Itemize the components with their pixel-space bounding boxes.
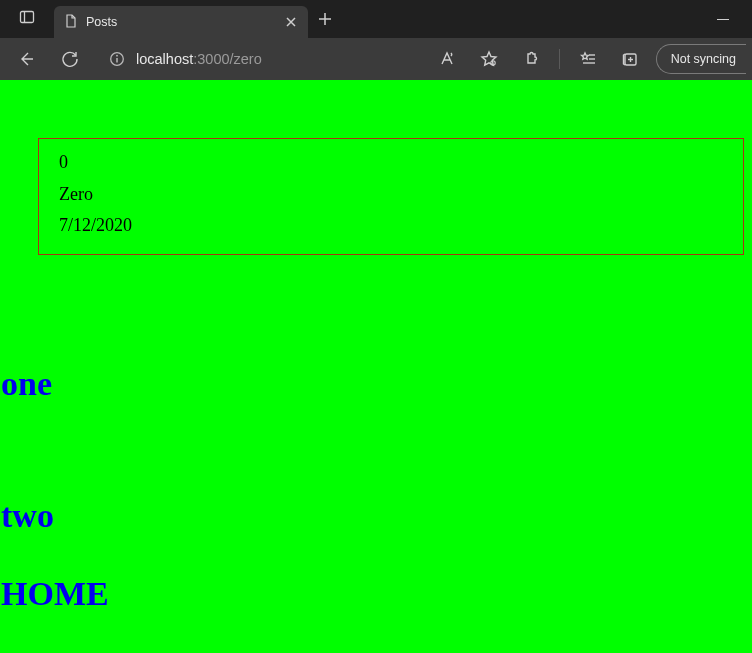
browser-tab[interactable]: Posts xyxy=(54,6,308,38)
window-titlebar: Posts xyxy=(0,0,752,38)
arrow-left-icon xyxy=(17,50,35,68)
url-text: localhost:3000/zero xyxy=(136,51,262,67)
plus-icon xyxy=(318,12,332,26)
back-button[interactable] xyxy=(6,42,46,76)
post-date: 7/12/2020 xyxy=(59,210,723,242)
minimize-icon xyxy=(717,19,729,20)
tab-title: Posts xyxy=(86,15,276,29)
puzzle-icon xyxy=(522,50,540,68)
browser-toolbar: localhost:3000/zero Not syncing xyxy=(0,38,752,80)
page-viewport: 0 Zero 7/12/2020 one two HOME xyxy=(0,80,752,653)
sync-button[interactable]: Not syncing xyxy=(656,44,746,74)
refresh-button[interactable] xyxy=(50,42,90,76)
refresh-icon xyxy=(61,50,79,68)
favorites-list-button[interactable] xyxy=(568,42,608,76)
link-two[interactable]: two xyxy=(1,497,752,535)
svg-point-4 xyxy=(116,55,118,57)
nav-links: one two HOME xyxy=(0,255,752,613)
url-host: localhost xyxy=(136,51,193,67)
sync-label: Not syncing xyxy=(671,52,736,66)
read-aloud-icon xyxy=(438,50,456,68)
toolbar-right: Not syncing xyxy=(427,42,746,76)
tab-close-button[interactable] xyxy=(284,15,298,29)
new-tab-button[interactable] xyxy=(308,0,342,38)
svg-rect-0 xyxy=(21,12,34,23)
post-card: 0 Zero 7/12/2020 xyxy=(38,138,744,255)
info-icon xyxy=(109,51,125,67)
collections-icon xyxy=(621,50,639,68)
window-controls xyxy=(700,0,752,38)
star-icon xyxy=(480,50,498,68)
link-home[interactable]: HOME xyxy=(1,575,752,613)
site-info-button[interactable] xyxy=(100,42,134,76)
link-one[interactable]: one xyxy=(1,365,752,403)
star-list-icon xyxy=(579,50,597,68)
collections-button[interactable] xyxy=(610,42,650,76)
close-icon xyxy=(286,17,296,27)
extensions-button[interactable] xyxy=(511,42,551,76)
tab-actions-button[interactable] xyxy=(0,0,54,38)
favorite-button[interactable] xyxy=(469,42,509,76)
address-bar[interactable]: localhost:3000/zero xyxy=(100,42,262,76)
page-icon xyxy=(64,14,78,31)
post-id: 0 xyxy=(59,147,723,179)
tab-actions-icon xyxy=(19,9,35,29)
post-title: Zero xyxy=(59,179,723,211)
toolbar-divider xyxy=(559,49,560,69)
url-path: :3000/zero xyxy=(193,51,262,67)
window-minimize-button[interactable] xyxy=(700,0,746,38)
read-aloud-button[interactable] xyxy=(427,42,467,76)
